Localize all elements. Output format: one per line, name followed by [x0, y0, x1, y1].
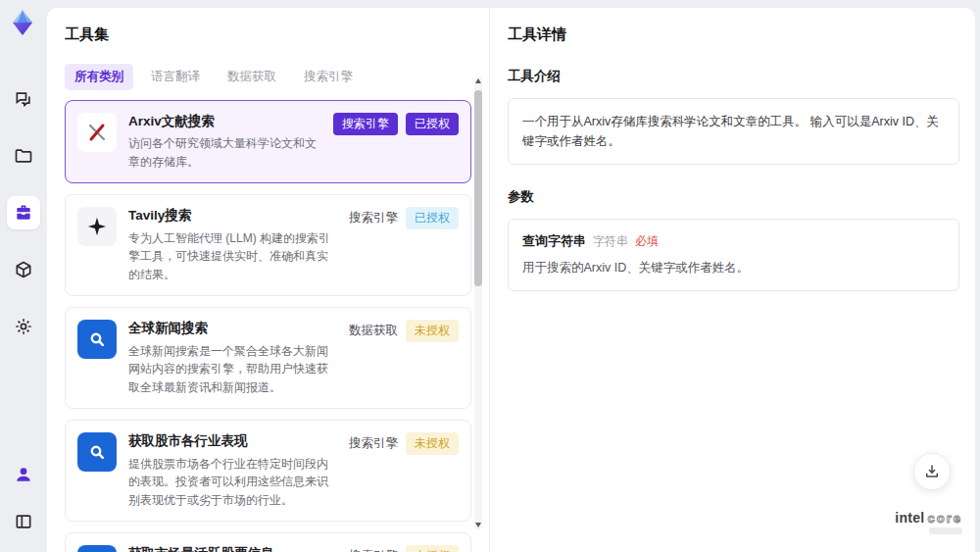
status-badge: 已授权: [406, 207, 459, 229]
scrollbar-thumb[interactable]: [474, 90, 482, 286]
tool-description: 提供股票市场各个行业在特定时间段内的表现。投资者可以利用这些信息来识别表现优于或…: [128, 455, 337, 510]
app-logo: [8, 8, 37, 37]
tavily-icon: [77, 207, 117, 246]
tool-category-label: 搜索引擎: [349, 545, 398, 552]
status-badge: 未授权: [406, 545, 459, 552]
tool-description: 专为人工智能代理 (LLM) 构建的搜索引擎工具，可快速提供实时、准确和真实的结…: [128, 229, 337, 284]
left-rail: [0, 0, 47, 552]
intro-heading: 工具介绍: [508, 68, 959, 85]
intro-text: 一个用于从Arxiv存储库搜索科学论文和文章的工具。 输入可以是Arxiv ID…: [522, 112, 945, 151]
status-badge: 未授权: [406, 432, 459, 455]
intel-core-logo: intel core: [895, 511, 962, 534]
intro-box: 一个用于从Arxiv存储库搜索科学论文和文章的工具。 输入可以是Arxiv ID…: [508, 98, 959, 165]
intel-wordmark: intel: [895, 511, 924, 525]
param-desc: 用于搜索的Arxiv ID、关键字或作者姓名。: [522, 259, 945, 277]
params-heading: 参数: [508, 188, 959, 206]
main-shell: 工具集 所有类别语言翻译数据获取搜索引擎 Arxiv文献搜索 访问各个研究领域大…: [47, 8, 975, 552]
scroll-up-arrow-icon[interactable]: [475, 78, 481, 83]
param-required-flag: 必填: [635, 233, 659, 250]
tool-title: 获取股市各行业表现: [128, 432, 337, 450]
category-tabs: 所有类别语言翻译数据获取搜索引擎: [65, 64, 489, 90]
chat-icon[interactable]: [7, 82, 40, 116]
param-name: 查询字符串: [522, 232, 586, 250]
tool-description: 全球新闻搜索是一个聚合全球各大新闻网站内容的搜索引擎，帮助用户快速获取全球最新资…: [128, 342, 337, 397]
search-blue-icon: [77, 320, 117, 359]
tool-card[interactable]: Arxiv文献搜索 访问各个研究领域大量科学论文和文章的存储库。 搜索引擎 已授…: [65, 100, 471, 183]
folder-icon[interactable]: [7, 139, 40, 173]
tool-list: Arxiv文献搜索 访问各个研究领域大量科学论文和文章的存储库。 搜索引擎 已授…: [65, 100, 471, 552]
tool-title: 获取市场最活跃股票信息: [128, 545, 337, 552]
download-button[interactable]: [913, 453, 951, 490]
tool-card[interactable]: 获取股市各行业表现 提供股票市场各个行业在特定时间段内的表现。投资者可以利用这些…: [65, 420, 471, 522]
tool-title: Arxiv文献搜索: [128, 113, 321, 130]
search-blue-icon: [77, 545, 117, 552]
tool-category-label: 搜索引擎: [333, 113, 398, 135]
scroll-down-arrow-icon[interactable]: [475, 523, 481, 527]
core-wordmark: core: [928, 512, 962, 525]
user-icon[interactable]: [7, 458, 40, 491]
tool-title: Tavily搜索: [128, 207, 337, 225]
tool-card[interactable]: Tavily搜索 专为人工智能代理 (LLM) 构建的搜索引擎工具，可快速提供实…: [65, 194, 471, 296]
panel-icon[interactable]: [7, 505, 40, 538]
tool-description: 访问各个研究领域大量科学论文和文章的存储库。: [128, 134, 321, 171]
gear-icon[interactable]: [7, 310, 40, 343]
category-tab-1[interactable]: 语言翻译: [141, 64, 210, 90]
status-badge: 已授权: [406, 113, 459, 135]
toolbox-icon[interactable]: [7, 196, 40, 229]
category-tab-3[interactable]: 搜索引擎: [294, 64, 363, 90]
tool-title: 全球新闻搜索: [128, 320, 337, 337]
category-tab-0[interactable]: 所有类别: [65, 64, 133, 90]
tool-list-panel: 工具集 所有类别语言翻译数据获取搜索引擎 Arxiv文献搜索 访问各个研究领域大…: [47, 8, 490, 552]
tool-category-label: 数据获取: [349, 320, 398, 342]
page-title: 工具集: [65, 25, 489, 44]
cube-icon[interactable]: [7, 253, 40, 286]
tool-card[interactable]: 获取市场最活跃股票信息 提供当天交易量最高的股票列表，投资者可以利用这些信息来识…: [65, 532, 471, 552]
tool-category-label: 搜索引擎: [349, 432, 398, 455]
intel-sub-badge: [929, 527, 962, 534]
category-tab-2[interactable]: 数据获取: [218, 64, 286, 90]
detail-title: 工具详情: [508, 25, 959, 44]
status-badge: 未授权: [406, 320, 459, 342]
arxiv-icon: [77, 113, 117, 152]
param-box: 查询字符串 字符串 必填 用于搜索的Arxiv ID、关键字或作者姓名。: [508, 219, 959, 291]
tool-category-label: 搜索引擎: [349, 207, 398, 229]
tool-detail-panel: 工具详情 工具介绍 一个用于从Arxiv存储库搜索科学论文和文章的工具。 输入可…: [490, 8, 975, 552]
tool-card[interactable]: 全球新闻搜索 全球新闻搜索是一个聚合全球各大新闻网站内容的搜索引擎，帮助用户快速…: [65, 307, 471, 409]
search-blue-icon: [77, 432, 117, 472]
scrollbar[interactable]: [474, 76, 482, 529]
param-type: 字符串: [593, 233, 628, 250]
